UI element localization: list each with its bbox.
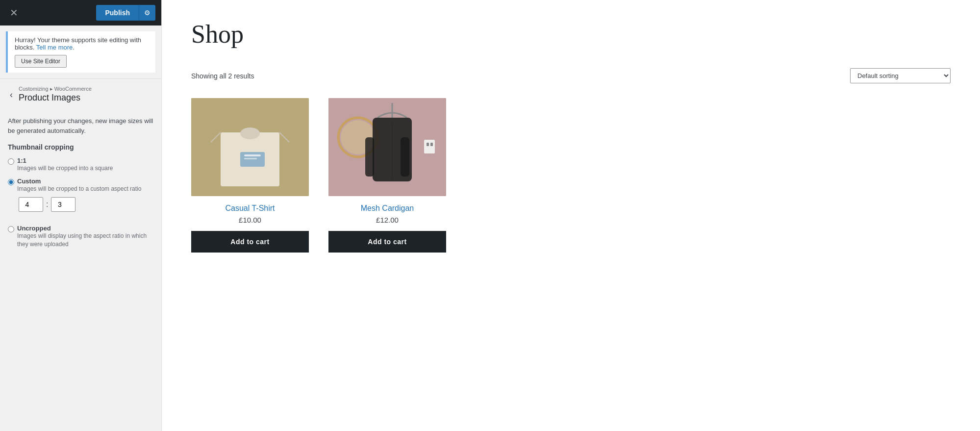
product-image-svg-0	[191, 98, 309, 196]
radio-desc-uncropped: Images will display using the aspect rat…	[17, 232, 153, 249]
notice-text: Hurray! Your theme supports site editing…	[15, 36, 141, 51]
product-image-0	[191, 98, 309, 196]
breadcrumb-back-button[interactable]: ‹	[8, 89, 15, 101]
thumbnail-section-title: Thumbnail cropping	[8, 143, 153, 151]
aspect-width-input[interactable]	[19, 197, 43, 212]
svg-point-2	[240, 127, 260, 139]
sidebar-content: After publishing your changes, new image…	[0, 108, 161, 264]
svg-rect-20	[365, 137, 374, 177]
product-name-1: Mesh Cardigan	[361, 204, 414, 213]
radio-label-1-1[interactable]: 1:1 Images will be cropped into a square	[8, 157, 153, 173]
product-image-1	[328, 98, 446, 196]
radio-option-custom: Custom Images will be cropped to a custo…	[8, 177, 153, 220]
radio-label-text-1-1: 1:1	[17, 157, 113, 164]
breadcrumb-path: Customizing ▸ WooCommerce	[19, 86, 92, 92]
sidebar: ✕ Publish Hurray! Your theme supports si…	[0, 0, 162, 431]
svg-rect-24	[430, 143, 433, 146]
svg-rect-22	[424, 140, 435, 153]
radio-desc-custom: Images will be cropped to a custom aspec…	[17, 185, 141, 193]
radio-group: 1:1 Images will be cropped into a square…	[8, 157, 153, 248]
publish-area: Publish	[96, 5, 155, 21]
notice-banner: Hurray! Your theme supports site editing…	[6, 31, 155, 73]
radio-label-custom[interactable]: Custom Images will be cropped to a custo…	[8, 177, 153, 193]
close-button[interactable]: ✕	[6, 5, 22, 21]
sorting-select[interactable]: Default sorting Sort by popularity Sort …	[850, 68, 951, 83]
publish-button[interactable]: Publish	[96, 5, 139, 21]
radio-label-text-custom: Custom	[17, 177, 141, 185]
breadcrumb-title: Product Images	[19, 92, 92, 103]
product-card-0: Casual T-Shirt £10.00 Add to cart	[191, 98, 309, 253]
product-image-svg-1	[328, 98, 446, 196]
radio-input-uncropped[interactable]	[8, 226, 14, 232]
breadcrumb-nav: ‹ Customizing ▸ WooCommerce Product Imag…	[0, 78, 161, 108]
svg-rect-4	[244, 154, 261, 156]
close-icon: ✕	[10, 7, 18, 19]
radio-option-1-1: 1:1 Images will be cropped into a square	[8, 157, 153, 173]
add-to-cart-button-0[interactable]: Add to cart	[191, 231, 309, 253]
sidebar-topbar: ✕ Publish	[0, 0, 161, 25]
shop-title: Shop	[191, 20, 951, 49]
use-site-editor-button[interactable]: Use Site Editor	[15, 55, 67, 68]
aspect-separator: :	[46, 200, 48, 209]
tell-more-link[interactable]: Tell me more	[36, 44, 73, 51]
gear-icon	[144, 9, 151, 17]
aspect-inputs: :	[19, 197, 153, 212]
product-price-1: £12.00	[376, 216, 399, 224]
radio-label-text-uncropped: Uncropped	[17, 225, 153, 232]
shop-meta: Showing all 2 results Default sorting So…	[191, 68, 951, 83]
svg-rect-23	[427, 143, 429, 146]
radio-label-uncropped[interactable]: Uncropped Images will display using the …	[8, 225, 153, 249]
results-count: Showing all 2 results	[191, 72, 254, 80]
aspect-height-input[interactable]	[51, 197, 75, 212]
svg-rect-5	[244, 158, 257, 159]
settings-button[interactable]	[139, 5, 155, 21]
radio-input-custom[interactable]	[8, 179, 14, 185]
radio-input-1-1[interactable]	[8, 158, 14, 165]
product-card-1: Mesh Cardigan £12.00 Add to cart	[328, 98, 446, 253]
product-price-0: £10.00	[239, 216, 261, 224]
radio-option-uncropped: Uncropped Images will display using the …	[8, 225, 153, 249]
add-to-cart-button-1[interactable]: Add to cart	[328, 231, 446, 253]
panel-description: After publishing your changes, new image…	[8, 116, 153, 135]
product-name-0: Casual T-Shirt	[225, 204, 275, 213]
breadcrumb-text: Customizing ▸ WooCommerce Product Images	[19, 86, 92, 103]
svg-rect-21	[401, 137, 409, 177]
main-content: Shop Showing all 2 results Default sorti…	[162, 0, 980, 431]
products-grid: Casual T-Shirt £10.00 Add to cart	[191, 98, 583, 253]
radio-desc-1-1: Images will be cropped into a square	[17, 164, 113, 173]
